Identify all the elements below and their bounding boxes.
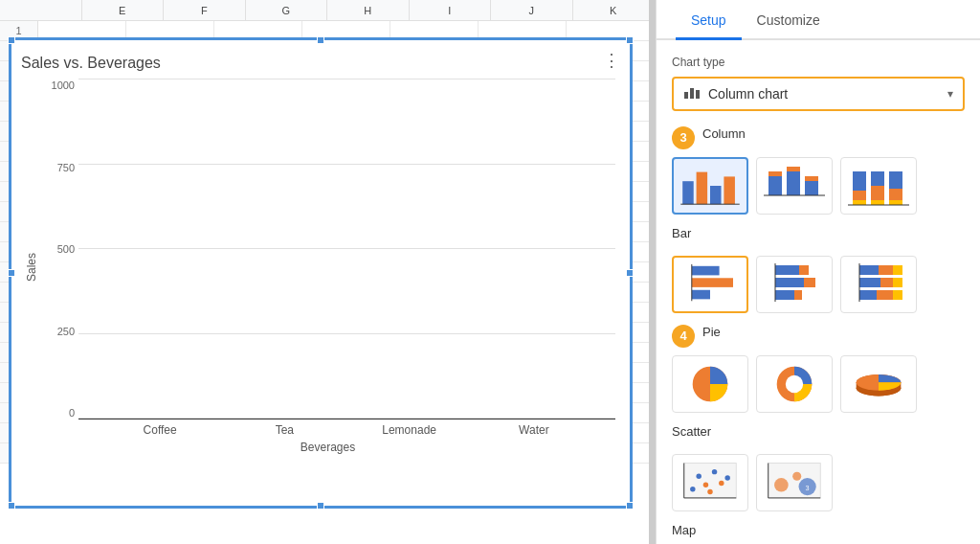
- svg-point-56: [719, 480, 724, 485]
- svg-rect-3: [682, 181, 694, 204]
- chart-kebab-menu[interactable]: ⋮: [603, 50, 620, 71]
- y-tick-500: 500: [40, 243, 78, 255]
- column-basic-option[interactable]: [672, 157, 748, 215]
- pie-donut-option[interactable]: [756, 355, 833, 413]
- cell[interactable]: [126, 21, 214, 40]
- x-labels: CoffeeTeaLemonadeWater: [78, 419, 615, 437]
- bar-100pct-option[interactable]: [840, 256, 917, 313]
- svg-rect-44: [893, 290, 902, 300]
- svg-rect-16: [853, 191, 866, 200]
- svg-point-53: [696, 473, 701, 478]
- pie-section-header: 4 Pie: [672, 325, 965, 348]
- svg-rect-22: [889, 189, 902, 200]
- chart-inner: Sales vs. Beverages ⋮ Sales 0 250 500 75…: [11, 40, 630, 506]
- svg-rect-11: [787, 167, 800, 171]
- x-label: Water: [472, 423, 596, 437]
- svg-rect-19: [871, 186, 884, 200]
- column-100pct-option[interactable]: [840, 157, 917, 215]
- bars-container: [78, 79, 615, 419]
- pie-category-title: Pie: [702, 325, 721, 339]
- svg-rect-31: [775, 278, 804, 287]
- category-bar: Bar: [672, 226, 965, 313]
- svg-rect-20: [871, 200, 884, 205]
- bar-stacked-option[interactable]: [756, 256, 833, 313]
- step-badge-3: 3: [672, 126, 695, 149]
- svg-point-63: [792, 471, 801, 480]
- chart-title: Sales vs. Beverages: [21, 55, 615, 72]
- panel-tabs: Setup Customize: [657, 0, 980, 40]
- col-header-k: K: [573, 0, 656, 20]
- y-axis-label: Sales: [21, 79, 40, 454]
- panel-resize-handle[interactable]: [649, 0, 655, 544]
- svg-rect-32: [804, 278, 815, 287]
- svg-rect-26: [692, 278, 733, 287]
- svg-rect-1: [690, 88, 694, 99]
- col-header-e: E: [82, 0, 165, 20]
- bar-basic-option[interactable]: [672, 256, 748, 313]
- svg-point-62: [774, 478, 789, 492]
- svg-rect-42: [859, 290, 877, 300]
- chart-plot: 0 250 500 750 1000: [40, 79, 615, 454]
- tab-customize[interactable]: Customize: [742, 3, 835, 40]
- scatter-category-title: Scatter: [672, 424, 711, 439]
- svg-rect-12: [805, 181, 818, 195]
- x-label: Tea: [222, 423, 346, 437]
- step-badge-4: 4: [672, 325, 695, 348]
- svg-rect-5: [710, 186, 722, 204]
- scatter-basic-option[interactable]: [672, 454, 748, 511]
- svg-rect-29: [775, 265, 799, 275]
- cell[interactable]: [479, 21, 567, 40]
- svg-rect-17: [853, 200, 866, 205]
- cell[interactable]: [390, 21, 479, 40]
- pie-3d-option[interactable]: [840, 355, 917, 413]
- category-column: 3 Column: [672, 126, 965, 215]
- row-number: 1: [0, 21, 38, 40]
- svg-rect-4: [697, 171, 708, 204]
- svg-rect-10: [787, 171, 800, 195]
- bar-section-header: Bar: [672, 226, 965, 248]
- svg-rect-0: [684, 92, 688, 99]
- category-pie: 4 Pie: [672, 325, 965, 413]
- pie-basic-option[interactable]: [672, 355, 748, 413]
- svg-rect-38: [893, 265, 902, 275]
- cell[interactable]: [38, 21, 126, 40]
- svg-point-58: [707, 489, 712, 494]
- y-tick-0: 0: [40, 407, 78, 419]
- svg-rect-23: [889, 200, 902, 205]
- column-options-grid: [672, 157, 965, 215]
- column-section-header: 3 Column: [672, 126, 965, 149]
- spreadsheet-area: E F G H I J K 12345678910111213141516171…: [0, 0, 656, 544]
- svg-rect-33: [775, 290, 794, 300]
- col-header-g: G: [246, 0, 328, 20]
- column-category-title: Column: [702, 126, 746, 141]
- cell[interactable]: [302, 21, 390, 40]
- col-header-h: H: [327, 0, 410, 20]
- category-map: Map: [672, 523, 965, 544]
- pie-options-grid: [672, 355, 965, 413]
- svg-rect-21: [889, 171, 902, 189]
- cell[interactable]: [214, 21, 302, 40]
- scatter-bubble-option[interactable]: 3: [756, 454, 833, 511]
- svg-point-48: [786, 375, 803, 393]
- tab-setup[interactable]: Setup: [676, 3, 742, 40]
- svg-rect-15: [853, 171, 866, 191]
- column-stacked-option[interactable]: [756, 157, 833, 215]
- svg-point-52: [690, 487, 695, 491]
- plot-area: 0 250 500 750 1000: [40, 79, 615, 419]
- chart-type-selector[interactable]: Column chart ▾: [672, 77, 965, 111]
- svg-rect-30: [799, 265, 809, 275]
- svg-text:3: 3: [806, 483, 810, 491]
- map-category-title: Map: [672, 523, 696, 537]
- x-label: Coffee: [98, 423, 222, 437]
- cell[interactable]: [567, 21, 655, 40]
- x-label: Lemonade: [347, 423, 472, 437]
- svg-rect-8: [768, 176, 782, 195]
- svg-rect-6: [724, 176, 735, 204]
- bar-category-title: Bar: [672, 226, 691, 240]
- svg-rect-13: [805, 176, 818, 181]
- chart-type-dropdown-arrow: ▾: [947, 87, 953, 101]
- svg-rect-18: [871, 171, 884, 186]
- chart-container[interactable]: Sales vs. Beverages ⋮ Sales 0 250 500 75…: [10, 38, 632, 508]
- panel-content: Chart type Column chart ▾ 3 Column: [657, 40, 980, 544]
- right-panel: Setup Customize Chart type Column chart …: [656, 0, 980, 544]
